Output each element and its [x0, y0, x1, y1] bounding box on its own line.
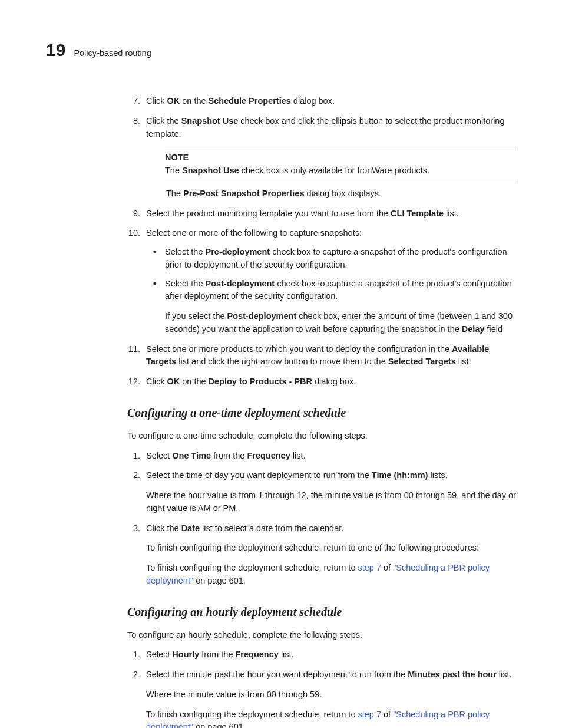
step-12: 12. Click OK on the Deploy to Products -…	[127, 375, 516, 388]
bold: Post-deployment	[227, 311, 297, 321]
step-number: 11.	[127, 343, 140, 356]
text: list.	[444, 209, 459, 218]
after-note-para: The Pre-Post Snapshot Properties dialog …	[166, 187, 516, 200]
step-text: Select the time of day you want deployme…	[146, 470, 447, 480]
bold: Deploy to Products - PBR	[209, 377, 312, 386]
s1-step-1: 1. Select One Time from the Frequency li…	[127, 450, 516, 463]
s2-step-1: 1. Select Hourly from the Frequency list…	[127, 648, 516, 661]
note-block: NOTE The Snapshot Use check box is only …	[165, 149, 516, 180]
text: check box is only available for IronWare…	[239, 166, 429, 175]
text: Select the	[165, 279, 206, 288]
step-number: 7.	[127, 95, 140, 108]
text: Select the	[165, 247, 206, 256]
bold: Delay	[462, 324, 485, 334]
step-11: 11. Select one or more products to which…	[127, 343, 516, 369]
note-body: The Snapshot Use check box is only avail…	[165, 164, 516, 177]
s1-step-2: 2. Select the time of day you want deplo…	[127, 469, 516, 515]
text: of	[381, 563, 393, 572]
section2-steps: 1. Select Hourly from the Frequency list…	[127, 648, 516, 728]
text: Click the	[146, 523, 181, 533]
bold: Snapshot Use	[182, 166, 239, 175]
bold: Pre-Post Snapshot Properties	[183, 189, 304, 198]
text: list and click the right arrow button to…	[176, 357, 388, 366]
text: lists.	[428, 470, 447, 480]
bold: Hourly	[172, 650, 199, 659]
bold: Schedule Properties	[209, 96, 291, 106]
bold: Snapshot Use	[181, 116, 239, 126]
step-number: 12.	[127, 375, 140, 388]
text: list.	[456, 357, 471, 366]
text: Select one or more products to which you…	[146, 344, 452, 354]
step-number: 2.	[127, 668, 140, 681]
bold: Frequency	[247, 451, 290, 460]
bullet-item: Select the Post-deployment check box to …	[146, 278, 516, 336]
text: Select the product monitoring template y…	[146, 209, 391, 218]
step-number: 9.	[127, 207, 140, 220]
step-text: Click the Snapshot Use check box and cli…	[146, 116, 505, 139]
page-content: 7. Click OK on the Schedule Properties d…	[127, 95, 516, 728]
text: dialog box.	[312, 377, 356, 386]
note-rule-bottom	[165, 180, 516, 180]
step-text: Click the Date list to select a date fro…	[146, 523, 343, 533]
link-step7[interactable]: step 7	[358, 710, 382, 719]
note-label: NOTE	[165, 151, 516, 164]
step-text: Click OK on the Schedule Properties dial…	[146, 96, 335, 106]
text: on the	[180, 96, 208, 106]
text: If you select the	[165, 311, 227, 321]
bold: Time (hh:mm)	[372, 470, 428, 480]
bold: CLI Template	[391, 209, 444, 218]
text: Select	[146, 451, 172, 460]
note-rule-top	[165, 149, 516, 149]
text: The	[165, 166, 182, 175]
text: Click	[146, 377, 167, 386]
step-text: Select Hourly from the Frequency list.	[146, 650, 294, 659]
text: on the	[180, 377, 208, 386]
bullet-list: Select the Pre-deployment check box to c…	[146, 246, 516, 336]
text: from the	[211, 451, 247, 460]
bold: Post-deployment	[206, 279, 275, 288]
sub-para: To finish configuring the deployment sch…	[146, 542, 516, 555]
heading-hourly: Configuring an hourly deployment schedul…	[127, 603, 516, 621]
s1-step-3: 3. Click the Date list to select a date …	[127, 522, 516, 588]
section2-intro: To configure an hourly schedule, complet…	[127, 629, 516, 642]
bullet-sub: If you select the Post-deployment check …	[165, 310, 516, 336]
step-number: 3.	[127, 522, 140, 535]
text: on page 601.	[193, 576, 246, 585]
bold: OK	[167, 377, 180, 386]
section-title: Policy-based routing	[74, 47, 151, 60]
text: dialog box.	[291, 96, 335, 106]
step-text: Select the product monitoring template y…	[146, 209, 459, 218]
step-number: 1.	[127, 648, 140, 661]
s2-step-2: 2. Select the minute past the hour you w…	[127, 668, 516, 728]
bold: Selected Targets	[388, 357, 456, 366]
step-text: Select One Time from the Frequency list.	[146, 451, 306, 460]
text: Select	[146, 650, 172, 659]
text: list.	[290, 451, 306, 460]
text: Click the	[146, 116, 181, 126]
sub-para: Where the hour value is from 1 through 1…	[146, 489, 516, 515]
bold: One Time	[172, 451, 211, 460]
step-9: 9. Select the product monitoring templat…	[127, 207, 516, 220]
heading-one-time: Configuring a one-time deployment schedu…	[127, 404, 516, 421]
bullet-item: Select the Pre-deployment check box to c…	[146, 246, 516, 272]
text: To finish configuring the deployment sch…	[146, 710, 358, 719]
sub-para: Where the minute value is from 00 throug…	[146, 689, 516, 701]
text: from the	[199, 650, 235, 659]
text: To finish configuring the deployment sch…	[146, 563, 358, 572]
page-header: 19 Policy-based routing	[46, 37, 516, 63]
text: Select the minute past the hour you want…	[146, 670, 408, 679]
step-text: Click OK on the Deploy to Products - PBR…	[146, 377, 356, 386]
bold: Minutes past the hour	[408, 670, 497, 679]
text: The	[166, 189, 183, 198]
step-text: Select one or more of the following to c…	[146, 228, 362, 238]
step-text: Select the minute past the hour you want…	[146, 670, 512, 679]
text: on page 601.	[193, 722, 246, 728]
step-number: 10.	[127, 227, 140, 240]
text: list.	[497, 670, 512, 679]
step-text: Select one or more products to which you…	[146, 344, 489, 367]
sub-para-link: To finish configuring the deployment sch…	[146, 562, 516, 588]
link-step7[interactable]: step 7	[358, 563, 382, 572]
step-number: 8.	[127, 115, 140, 128]
bold: Date	[181, 523, 200, 533]
bold: Pre-deployment	[206, 247, 270, 256]
